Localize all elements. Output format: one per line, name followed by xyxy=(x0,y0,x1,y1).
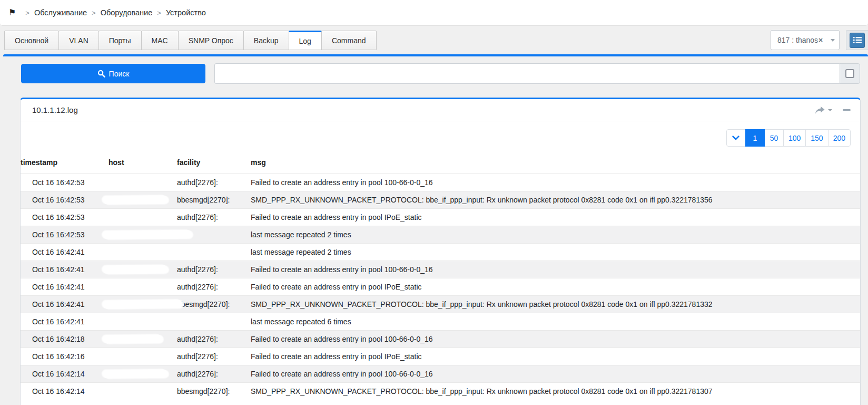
log-facility: authd[2276]: xyxy=(177,278,251,296)
redaction-blob xyxy=(114,178,161,187)
search-input-group xyxy=(214,63,860,84)
log-table-column-header: msg xyxy=(251,150,860,174)
redaction-blob xyxy=(103,387,167,396)
log-timestamp: Oct 16 16:42:41 xyxy=(21,313,108,331)
log-facility xyxy=(177,313,251,331)
device-select[interactable]: 817 : thanos × xyxy=(771,30,840,50)
tab[interactable]: Порты xyxy=(98,31,142,50)
pagination-page-button[interactable]: 200 xyxy=(828,129,851,147)
log-facility xyxy=(177,244,251,261)
log-timestamp: Oct 16 16:42:41 xyxy=(21,261,108,278)
tab[interactable]: Backup xyxy=(243,31,289,50)
tab[interactable]: Основной xyxy=(4,31,59,50)
table-row: Oct 16 16:42:53 authd[2276]: Failed to c… xyxy=(21,209,860,226)
log-host xyxy=(108,348,177,365)
table-row: Oct 16 16:42:14 authd[2276]: Failed to c… xyxy=(21,365,860,383)
pagination-page-button[interactable]: 50 xyxy=(764,129,784,147)
device-select-value: 817 : thanos xyxy=(777,36,818,44)
table-row: Oct 16 16:42:41 authd[2276]: Failed to c… xyxy=(21,278,860,296)
search-button[interactable]: Поиск xyxy=(21,64,205,83)
log-facility: bbesmgd[2270]: xyxy=(177,191,251,209)
log-host xyxy=(108,383,177,400)
log-host xyxy=(108,365,177,383)
log-timestamp: Oct 16 16:42:53 xyxy=(21,191,108,209)
share-button[interactable] xyxy=(815,106,832,114)
log-panel-header: 10.1.1.12.log xyxy=(21,99,860,121)
list-icon xyxy=(853,36,862,44)
log-facility: authd[2276]: xyxy=(177,348,251,365)
flag-icon: ⚑ xyxy=(8,8,16,17)
tabs: ОсновнойVLANПортыMACSNMP ОпросBackupLogC… xyxy=(4,31,376,50)
breadcrumb-separator: > xyxy=(25,9,29,17)
table-row: Oct 16 16:42:41 last message repeated 6 … xyxy=(21,313,860,331)
breadcrumb-trail: > Обслуживание > Оборудование > Устройст… xyxy=(21,8,205,17)
checkbox-icon[interactable] xyxy=(845,69,854,78)
pagination-row: 150100150200 xyxy=(21,121,860,150)
log-message: last message repeated 2 times xyxy=(251,244,860,261)
log-host xyxy=(108,191,177,209)
log-panel-title: 10.1.1.12.log xyxy=(32,105,78,114)
device-list-button[interactable] xyxy=(850,33,865,48)
log-message: SMD_PPP_RX_UNKNOWN_PACKET_PROTOCOL: bbe_… xyxy=(251,383,860,400)
breadcrumb: ⚑ > Обслуживание > Оборудование > Устрой… xyxy=(0,0,868,26)
log-host xyxy=(108,331,177,348)
breadcrumb-link[interactable]: Устройство xyxy=(166,8,206,17)
pagination: 150100150200 xyxy=(726,129,851,147)
table-row: Oct 16 16:42:53 bbesmgd[2270]: SMD_PPP_R… xyxy=(21,191,860,209)
tab[interactable]: Command xyxy=(321,31,377,50)
redaction-blob xyxy=(114,213,161,222)
log-host xyxy=(108,209,177,226)
caret-down-icon xyxy=(828,109,832,111)
log-host xyxy=(108,261,177,278)
log-timestamp: Oct 16 16:42:41 xyxy=(21,278,108,296)
table-row: Oct 16 16:42:53 last message repeated 2 … xyxy=(21,226,860,244)
redaction-blob xyxy=(103,230,192,239)
log-message: last message repeated 6 times xyxy=(251,313,860,331)
breadcrumb-item: > Обслуживание xyxy=(21,8,87,17)
search-row: Поиск xyxy=(0,56,868,91)
pagination-page-button[interactable]: 1 xyxy=(745,129,765,147)
clear-icon[interactable]: × xyxy=(818,36,823,44)
redaction-blob xyxy=(103,282,167,291)
log-message: Failed to create an address entry in poo… xyxy=(251,331,860,348)
redaction-blob xyxy=(103,352,167,361)
log-table-header-row: timestamphostfacilitymsg xyxy=(21,150,860,174)
caret-down-icon xyxy=(831,39,835,42)
breadcrumb-separator: > xyxy=(157,9,161,17)
collapse-button[interactable] xyxy=(843,109,851,111)
pagination-page-button[interactable]: 100 xyxy=(783,129,806,147)
log-facility: authd[2276]: xyxy=(177,331,251,348)
log-host xyxy=(108,244,177,261)
tab[interactable]: VLAN xyxy=(58,31,99,50)
log-host xyxy=(108,296,177,313)
tab[interactable]: SNMP Опрос xyxy=(178,31,244,50)
pagination-chevron-button[interactable] xyxy=(726,129,746,147)
log-message: Failed to create an address entry in poo… xyxy=(251,365,860,383)
search-input[interactable] xyxy=(214,63,840,84)
pagination-page-button[interactable]: 150 xyxy=(805,129,828,147)
chevron-down-icon xyxy=(732,136,739,140)
search-button-label: Поиск xyxy=(109,70,130,78)
tab-bar: ОсновнойVLANПортыMACSNMP ОпросBackupLogC… xyxy=(0,30,868,50)
log-timestamp: Oct 16 16:42:14 xyxy=(21,365,108,383)
log-message: Failed to create an address entry in poo… xyxy=(251,174,860,191)
breadcrumb-link[interactable]: Оборудование xyxy=(101,8,153,17)
log-message: SMD_PPP_RX_UNKNOWN_PACKET_PROTOCOL: bbe_… xyxy=(251,296,860,313)
minus-icon xyxy=(843,109,851,111)
log-message: Failed to create an address entry in poo… xyxy=(251,261,860,278)
log-facility: bbesmgd[2270]: xyxy=(177,383,251,400)
log-facility: bbesmgd[2270]: xyxy=(177,296,251,313)
redaction-blob xyxy=(103,300,182,309)
log-timestamp: Oct 16 16:42:14 xyxy=(21,383,108,400)
log-message: Failed to create an address entry in poo… xyxy=(251,278,860,296)
log-table-column-header: host xyxy=(108,150,177,174)
log-message: last message repeated 2 times xyxy=(251,226,860,244)
tab[interactable]: MAC xyxy=(141,31,179,50)
log-panel-tools xyxy=(815,106,851,114)
log-timestamp: Oct 16 16:42:53 xyxy=(21,226,108,244)
breadcrumb-link[interactable]: Обслуживание xyxy=(34,8,87,17)
table-row: Oct 16 16:42:18 authd[2276]: Failed to c… xyxy=(21,331,860,348)
share-icon xyxy=(815,106,825,114)
table-row: Oct 16 16:42:16 authd[2276]: Failed to c… xyxy=(21,348,860,365)
tab[interactable]: Log xyxy=(289,31,322,50)
